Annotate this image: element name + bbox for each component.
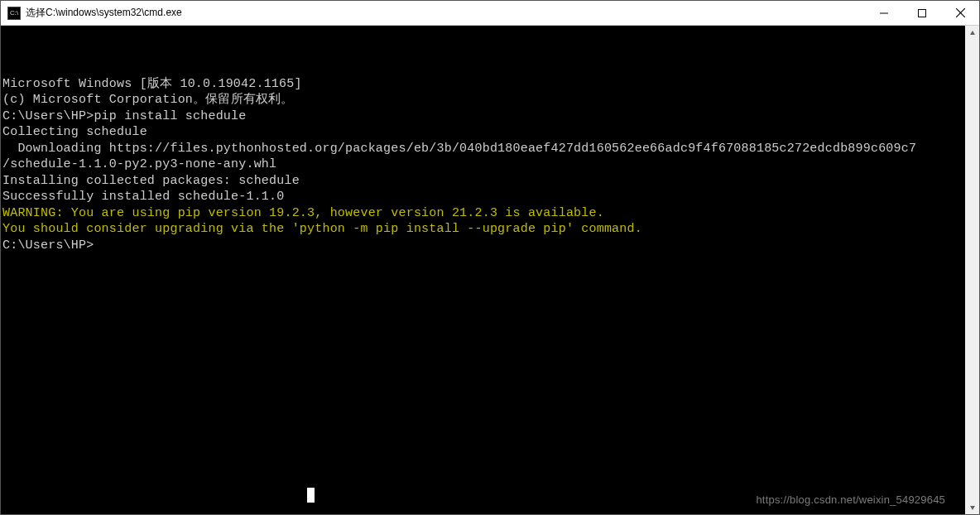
terminal-line: You should consider upgrading via the 'p… — [2, 221, 965, 238]
terminal-line: WARNING: You are using pip version 19.2.… — [2, 205, 965, 222]
svg-marker-4 — [970, 31, 975, 35]
scroll-track[interactable] — [965, 40, 979, 500]
scroll-up-icon[interactable] — [965, 26, 979, 40]
close-button[interactable] — [941, 1, 979, 25]
scrollbar[interactable] — [965, 26, 979, 514]
cmd-window: C:\ 选择C:\windows\system32\cmd.exe Micros… — [0, 0, 980, 515]
terminal-line: Microsoft Windows [版本 10.0.19042.1165] — [2, 76, 965, 93]
minimize-button[interactable] — [865, 1, 903, 25]
cmd-icon: C:\ — [7, 7, 21, 20]
svg-marker-5 — [970, 506, 975, 510]
terminal-area: Microsoft Windows [版本 10.0.19042.1165](c… — [1, 26, 979, 514]
titlebar[interactable]: C:\ 选择C:\windows\system32\cmd.exe — [1, 1, 979, 26]
scroll-down-icon[interactable] — [965, 500, 979, 514]
watermark-label: https://blog.csdn.net/weixin_54929645 — [756, 492, 945, 508]
terminal-line: Successfully installed schedule-1.1.0 — [2, 189, 965, 205]
terminal-line: /schedule-1.1.0-py2.py3-none-any.whl — [2, 156, 965, 173]
terminal-line: C:\Users\HP>pip install schedule — [2, 108, 965, 125]
terminal-line: Installing collected packages: schedule — [2, 173, 965, 190]
terminal-line: (c) Microsoft Corporation。保留所有权利。 — [2, 92, 965, 108]
terminal-output[interactable]: Microsoft Windows [版本 10.0.19042.1165](c… — [1, 26, 965, 514]
maximize-button[interactable] — [903, 1, 941, 25]
svg-rect-1 — [919, 9, 926, 17]
cursor-icon — [307, 488, 315, 503]
window-controls — [865, 1, 979, 25]
window-title: 选择C:\windows\system32\cmd.exe — [26, 6, 182, 20]
terminal-line: Collecting schedule — [2, 124, 965, 141]
terminal-line: Downloading https://files.pythonhosted.o… — [2, 141, 965, 157]
terminal-line: C:\Users\HP> — [2, 238, 965, 254]
